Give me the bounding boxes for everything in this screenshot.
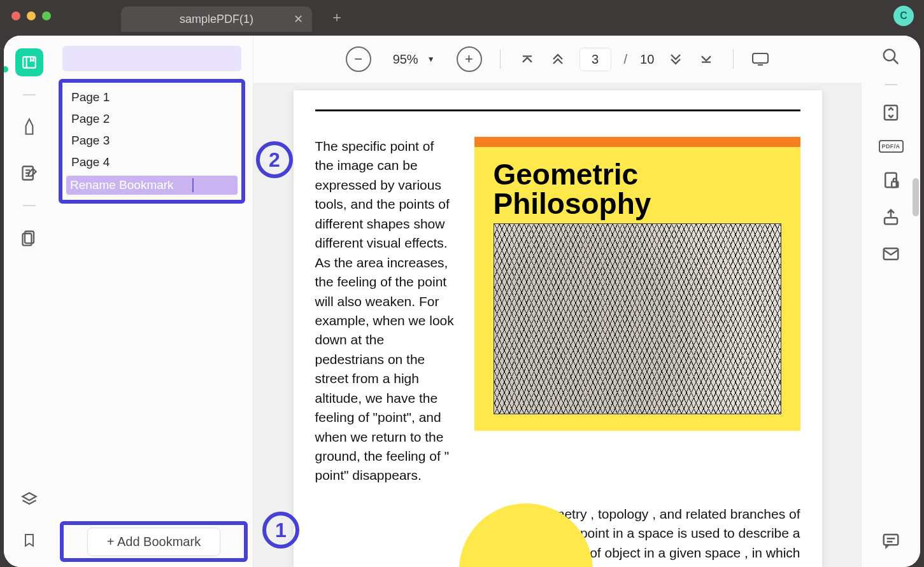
user-avatar[interactable]: C bbox=[893, 6, 914, 26]
doc-figure-card: Geometric Philosophy bbox=[474, 137, 800, 431]
window-titlebar: samplePDF(1) ✕ ＋ C bbox=[0, 0, 924, 32]
scrollbar-thumb[interactable] bbox=[913, 178, 919, 216]
annotation-marker-1: 1 bbox=[262, 512, 299, 549]
close-window-button[interactable] bbox=[11, 11, 20, 20]
doc-paragraph-1: The specific point of the image can be e… bbox=[315, 137, 455, 486]
bookmark-item[interactable]: Page 1 bbox=[65, 87, 239, 108]
search-icon[interactable] bbox=[881, 47, 900, 66]
zoom-in-button[interactable]: + bbox=[457, 46, 482, 72]
viewer-toolbar: − 95% ▼ + 3 / 10 bbox=[253, 36, 862, 83]
total-pages-label: 10 bbox=[640, 52, 654, 67]
pages-tool-button[interactable] bbox=[15, 224, 43, 252]
convert-pdf-icon[interactable] bbox=[881, 103, 900, 122]
bookmark-item[interactable]: Page 4 bbox=[65, 151, 239, 173]
layers-icon bbox=[20, 491, 38, 508]
left-rail bbox=[4, 36, 55, 567]
pdfa-button[interactable]: PDF/A bbox=[879, 140, 904, 153]
email-icon[interactable] bbox=[881, 244, 900, 263]
active-indicator-dot bbox=[4, 66, 8, 73]
edit-tool-button[interactable] bbox=[15, 159, 43, 187]
presentation-mode-button[interactable] bbox=[751, 50, 769, 68]
bookmark-item[interactable]: Page 3 bbox=[65, 130, 239, 151]
chevron-down-icon: ▼ bbox=[427, 55, 435, 64]
tab-active[interactable]: samplePDF(1) ✕ bbox=[121, 6, 312, 32]
doc-abstract-image bbox=[494, 223, 781, 414]
highlighter-tool-button[interactable] bbox=[15, 113, 43, 141]
highlighter-icon bbox=[21, 118, 38, 137]
doc-accent-bar bbox=[474, 137, 800, 147]
zoom-value: 95% bbox=[393, 52, 418, 67]
next-page-button[interactable] bbox=[667, 50, 685, 68]
zoom-dropdown[interactable]: 95% ▼ bbox=[384, 48, 444, 71]
fullscreen-window-button[interactable] bbox=[42, 11, 51, 20]
bookmark-rename-input[interactable] bbox=[70, 178, 234, 192]
bookmarks-panel-button[interactable] bbox=[15, 48, 43, 76]
window-traffic-lights bbox=[11, 11, 51, 20]
last-page-button[interactable] bbox=[697, 50, 715, 68]
center-column: − 95% ▼ + 3 / 10 The specific point of t… bbox=[253, 36, 862, 567]
bookmark-ribbon-button[interactable] bbox=[15, 526, 43, 554]
bookmark-rename-field[interactable] bbox=[66, 176, 238, 195]
svg-point-5 bbox=[884, 50, 895, 61]
new-tab-button[interactable]: ＋ bbox=[330, 8, 344, 27]
page-of-separator: / bbox=[624, 52, 628, 67]
svg-rect-4 bbox=[753, 53, 768, 63]
first-page-button[interactable] bbox=[518, 50, 536, 68]
current-page-input[interactable]: 3 bbox=[579, 48, 611, 71]
rail-separator bbox=[23, 94, 36, 95]
bookmark-ribbon-icon bbox=[22, 531, 37, 549]
annotation-marker-2: 2 bbox=[256, 141, 293, 178]
tab-title: samplePDF(1) bbox=[180, 13, 253, 26]
zoom-out-button[interactable]: − bbox=[346, 46, 371, 72]
tab-close-icon[interactable]: ✕ bbox=[294, 12, 303, 26]
horizontal-rule bbox=[315, 109, 800, 111]
rail-separator bbox=[23, 205, 36, 206]
document-viewer[interactable]: The specific point of the image can be e… bbox=[253, 83, 862, 567]
add-bookmark-button[interactable]: + Add Bookmark bbox=[87, 528, 220, 556]
comments-icon[interactable] bbox=[881, 531, 900, 550]
tab-strip: samplePDF(1) ✕ ＋ bbox=[121, 0, 344, 32]
sidebar-search-placeholder[interactable] bbox=[62, 46, 241, 71]
bookmarks-sidebar: Page 1 Page 2 Page 3 Page 4 + Add Bookma… bbox=[55, 36, 253, 567]
edit-page-icon bbox=[20, 164, 38, 182]
doc-heading: Geometric Philosophy bbox=[474, 147, 800, 218]
svg-rect-11 bbox=[884, 535, 899, 545]
app-body: Page 1 Page 2 Page 3 Page 4 + Add Bookma… bbox=[4, 36, 920, 567]
svg-rect-9 bbox=[885, 218, 897, 224]
minimize-window-button[interactable] bbox=[27, 11, 36, 20]
pages-icon bbox=[20, 229, 38, 247]
toolbar-separator bbox=[500, 50, 501, 69]
pdf-page: The specific point of the image can be e… bbox=[294, 90, 822, 567]
prev-page-button[interactable] bbox=[549, 50, 567, 68]
text-cursor bbox=[192, 178, 194, 192]
right-rail: PDF/A bbox=[862, 36, 920, 567]
toolbar-separator bbox=[733, 50, 734, 69]
bookmark-item[interactable]: Page 2 bbox=[65, 108, 239, 130]
bookmark-panel-icon bbox=[21, 54, 38, 71]
rail-separator bbox=[885, 84, 897, 85]
bookmarks-list-annotated: Page 1 Page 2 Page 3 Page 4 bbox=[59, 79, 245, 204]
layers-button[interactable] bbox=[15, 486, 43, 514]
add-bookmark-annotated: + Add Bookmark bbox=[60, 521, 248, 562]
share-icon[interactable] bbox=[881, 207, 900, 227]
protect-pdf-icon[interactable] bbox=[881, 171, 900, 190]
